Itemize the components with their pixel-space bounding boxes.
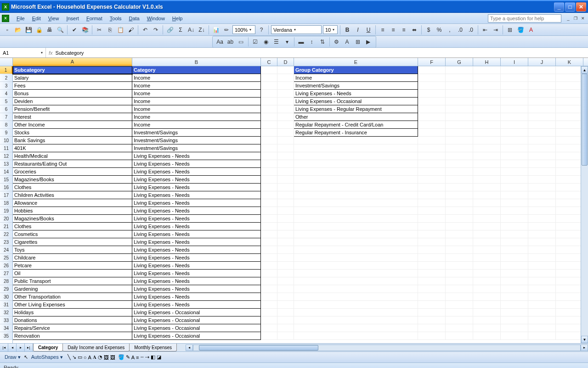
cell-E29[interactable] bbox=[294, 285, 418, 293]
cell-H2[interactable] bbox=[473, 74, 501, 82]
horizontal-scrollbar[interactable]: ◂ ▸ bbox=[186, 344, 588, 351]
cell-J35[interactable] bbox=[528, 332, 556, 340]
cell-C17[interactable] bbox=[261, 191, 277, 199]
cell-C30[interactable] bbox=[261, 293, 277, 301]
cell-K16[interactable] bbox=[556, 184, 583, 191]
row-header-8[interactable]: 8 bbox=[0, 121, 12, 129]
cell-A8[interactable]: Other Income bbox=[13, 121, 132, 129]
cell-K22[interactable] bbox=[556, 230, 583, 238]
cell-F15[interactable] bbox=[418, 176, 446, 184]
row-header-6[interactable]: 6 bbox=[0, 105, 12, 113]
cell-D13[interactable] bbox=[277, 160, 294, 168]
cell-A29[interactable]: Gardening bbox=[13, 285, 132, 293]
cell-I26[interactable] bbox=[501, 262, 528, 270]
select-all-corner[interactable] bbox=[0, 58, 13, 66]
cell-C13[interactable] bbox=[261, 160, 277, 168]
cell-H35[interactable] bbox=[473, 332, 501, 340]
cell-A34[interactable]: Repairs/Service bbox=[13, 324, 132, 332]
cell-I28[interactable] bbox=[501, 277, 528, 285]
cell-H20[interactable] bbox=[473, 215, 501, 223]
hscroll-thumb[interactable] bbox=[199, 345, 318, 351]
cell-I8[interactable] bbox=[501, 121, 528, 129]
cell-B29[interactable]: Living Expenses - Needs bbox=[132, 285, 261, 293]
row-header-2[interactable]: 2 bbox=[0, 74, 12, 82]
cell-B34[interactable]: Living Expenses - Occasional bbox=[132, 324, 261, 332]
cell-H23[interactable] bbox=[473, 238, 501, 246]
redo-button[interactable]: ↷ bbox=[151, 25, 160, 34]
cell-D3[interactable] bbox=[277, 82, 294, 90]
cell-E12[interactable] bbox=[294, 152, 418, 160]
cell-F10[interactable] bbox=[418, 137, 446, 144]
form-code-button[interactable]: A bbox=[343, 37, 352, 46]
cell-D2[interactable] bbox=[277, 74, 294, 82]
cell-C14[interactable] bbox=[261, 168, 277, 176]
tab-nav-prev[interactable]: ◂ bbox=[8, 344, 17, 351]
cell-C6[interactable] bbox=[261, 105, 277, 113]
cell-J7[interactable] bbox=[528, 113, 556, 121]
fill-color-draw-button[interactable]: 🪣 bbox=[118, 354, 124, 360]
cell-F22[interactable] bbox=[418, 230, 446, 238]
cell-C34[interactable] bbox=[261, 324, 277, 332]
cell-C4[interactable] bbox=[261, 90, 277, 98]
cell-G26[interactable] bbox=[446, 262, 473, 270]
cell-C20[interactable] bbox=[261, 215, 277, 223]
cell-K29[interactable] bbox=[556, 285, 583, 293]
cell-D31[interactable] bbox=[277, 301, 294, 309]
cell-C29[interactable] bbox=[261, 285, 277, 293]
cell-G7[interactable] bbox=[446, 113, 473, 121]
cell-I6[interactable] bbox=[501, 105, 528, 113]
cell-F29[interactable] bbox=[418, 285, 446, 293]
font-combo[interactable]: Verdana▾ bbox=[271, 25, 322, 34]
row-header-33[interactable]: 33 bbox=[0, 316, 12, 324]
worksheet-grid[interactable]: ABCDEFGHIJK 1234567891011121314151617181… bbox=[0, 58, 588, 343]
excel-icon[interactable]: X bbox=[2, 15, 9, 22]
cell-B12[interactable]: Living Expenses - Needs bbox=[132, 152, 261, 160]
cell-B26[interactable]: Living Expenses - Needs bbox=[132, 262, 261, 270]
print-button[interactable]: 🖶 bbox=[45, 25, 54, 34]
cell-A6[interactable]: Pension/Benefit bbox=[13, 105, 132, 113]
cell-F25[interactable] bbox=[418, 254, 446, 262]
cell-J20[interactable] bbox=[528, 215, 556, 223]
cell-E11[interactable] bbox=[294, 144, 418, 152]
cell-A22[interactable]: Cosmetics bbox=[13, 230, 132, 238]
cell-F12[interactable] bbox=[418, 152, 446, 160]
cell-E13[interactable] bbox=[294, 160, 418, 168]
cell-G30[interactable] bbox=[446, 293, 473, 301]
cell-A30[interactable]: Other Transportation bbox=[13, 293, 132, 301]
form-combo-button[interactable]: ▾ bbox=[283, 37, 292, 46]
cell-J24[interactable] bbox=[528, 246, 556, 254]
menu-window[interactable]: Window bbox=[143, 15, 169, 22]
cell-E20[interactable] bbox=[294, 215, 418, 223]
cell-B25[interactable]: Living Expenses - Needs bbox=[132, 254, 261, 262]
cell-E32[interactable] bbox=[294, 309, 418, 316]
cell-J3[interactable] bbox=[528, 82, 556, 90]
cell-C23[interactable] bbox=[261, 238, 277, 246]
cell-B8[interactable]: Income bbox=[132, 121, 261, 129]
cell-B11[interactable]: Investment/Savings bbox=[132, 144, 261, 152]
cell-F30[interactable] bbox=[418, 293, 446, 301]
align-left-button[interactable]: ≡ bbox=[378, 25, 387, 34]
chart-wizard-button[interactable]: 📊 bbox=[211, 25, 220, 34]
cell-E15[interactable] bbox=[294, 176, 418, 184]
cell-F9[interactable] bbox=[418, 129, 446, 137]
row-header-30[interactable]: 30 bbox=[0, 293, 12, 301]
form-label-button[interactable]: Aa bbox=[215, 37, 225, 46]
vertical-scrollbar[interactable]: ▲ ▼ bbox=[581, 66, 588, 343]
arrow-button[interactable]: ↘ bbox=[72, 354, 76, 360]
cell-B6[interactable]: Income bbox=[132, 105, 261, 113]
cell-I10[interactable] bbox=[501, 137, 528, 144]
cell-G5[interactable] bbox=[446, 98, 473, 105]
cell-I32[interactable] bbox=[501, 309, 528, 316]
cell-I25[interactable] bbox=[501, 254, 528, 262]
cell-I34[interactable] bbox=[501, 324, 528, 332]
cell-C16[interactable] bbox=[261, 184, 277, 191]
cell-F16[interactable] bbox=[418, 184, 446, 191]
picture-button[interactable]: 🖼 bbox=[110, 355, 115, 360]
cell-C33[interactable] bbox=[261, 316, 277, 324]
menu-tools[interactable]: Tools bbox=[106, 15, 125, 22]
select-objects-button[interactable]: ↖ bbox=[24, 354, 28, 360]
cell-E23[interactable] bbox=[294, 238, 418, 246]
3d-button[interactable]: ◪ bbox=[157, 354, 161, 360]
font-size-combo[interactable]: 10▾ bbox=[323, 25, 338, 34]
cell-J26[interactable] bbox=[528, 262, 556, 270]
